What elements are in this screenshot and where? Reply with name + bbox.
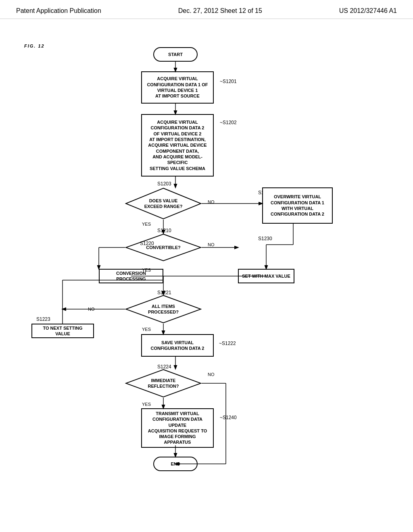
s1222-process: SAVE VIRTUAL CONFIGURATION DATA 2 bbox=[141, 334, 214, 357]
s1222-label: ~S1222 bbox=[219, 341, 236, 346]
s1202-process: ACQUIRE VIRTUAL CONFIGURATION DATA 2 OF … bbox=[141, 114, 214, 177]
s1201-process: ACQUIRE VIRTUAL CONFIGURATION DATA 1 OF … bbox=[141, 71, 214, 104]
s1202-label: ~S1202 bbox=[220, 120, 237, 125]
s1230-label: S1230 bbox=[258, 236, 272, 241]
header-right: US 2012/327446 A1 bbox=[339, 7, 397, 15]
s1240-process: TRANSMIT VIRTUAL CONFIGURATION DATA UPDA… bbox=[141, 408, 214, 448]
no-label-s1210: NO bbox=[208, 242, 215, 247]
s1250-process: OVERWRITE VIRTUAL CONFIGURATION DATA 1 W… bbox=[262, 187, 333, 224]
s1203-label: S1203 bbox=[157, 181, 171, 187]
s1221-diamond: ALL ITEMS PROCESSED? bbox=[125, 295, 202, 324]
s1223-process: TO NEXT SETTING VALUE bbox=[31, 324, 94, 338]
yes-label-s1210: YES bbox=[142, 268, 151, 272]
yes-label-s1221: YES bbox=[142, 327, 151, 332]
s1240-label: ~S1240 bbox=[220, 415, 237, 420]
yes-label-s1203: YES bbox=[142, 222, 151, 227]
s1201-label: ~S1201 bbox=[220, 79, 237, 84]
s1220-process: CONVERSION PROCESSING bbox=[99, 269, 163, 283]
s1230-process: SET WITH MAX VALUE bbox=[238, 269, 294, 283]
figure-label: FIG. 12 bbox=[24, 43, 45, 49]
s1210-diamond: CONVERTIBLE? bbox=[125, 233, 202, 262]
s1203-diamond: DOES VALUE EXCEED RANGE? bbox=[125, 187, 202, 220]
no-label-s1221: NO bbox=[88, 307, 95, 312]
diagram-area: FIG. 12 START ACQUIRE VIRTUAL CONFIGURAT… bbox=[0, 19, 413, 515]
s1224-diamond: IMMEDIATE REFLECTION? bbox=[125, 369, 202, 398]
no-label-s1203: NO bbox=[208, 200, 215, 204]
header-center: Dec. 27, 2012 Sheet 12 of 15 bbox=[178, 7, 262, 15]
header-left: Patent Application Publication bbox=[16, 7, 101, 15]
page-header: Patent Application Publication Dec. 27, … bbox=[0, 0, 413, 19]
start-terminal: START bbox=[153, 47, 198, 62]
s1223-label: S1223 bbox=[36, 316, 50, 322]
yes-label-s1224: YES bbox=[142, 402, 151, 407]
end-terminal: END bbox=[153, 457, 198, 471]
s1210-label: S1210 bbox=[157, 228, 171, 233]
no-label-s1224: NO bbox=[208, 372, 215, 377]
